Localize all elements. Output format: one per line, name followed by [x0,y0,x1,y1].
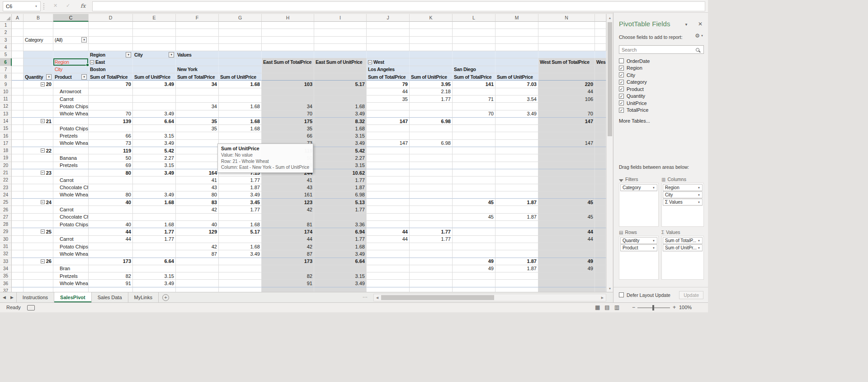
cell-A26[interactable] [12,206,24,213]
cell-E9[interactable]: 3.49 [133,81,176,88]
cell-B35[interactable] [24,272,53,280]
collapse-icon[interactable]: − [41,148,45,153]
cell-B25[interactable]: −24 [24,199,53,206]
cell-B34[interactable] [24,265,53,272]
insert-function-icon[interactable]: fx [80,3,85,9]
column-header-N[interactable]: N [538,14,595,22]
cell-O7[interactable] [595,66,606,73]
cell-C27[interactable]: Chocolate Chip [53,214,89,221]
cell-F4[interactable] [176,44,219,51]
cell-J14[interactable]: 147 [367,118,410,125]
cell-M29[interactable] [495,228,538,235]
well-item[interactable]: Product▼ [620,244,657,251]
cell-H4[interactable] [262,44,314,51]
cell-I33[interactable]: 6.64 [314,258,367,265]
cell-H14[interactable]: 175 [262,118,314,125]
cell-C28[interactable]: Potato Chips [53,221,89,228]
cell-L14[interactable] [453,118,495,125]
cell-L9[interactable]: 141 [453,81,495,88]
row-header-25[interactable]: 25 [0,199,12,206]
cell-E25[interactable]: 1.68 [133,199,176,206]
cell-E22[interactable] [133,177,176,184]
row-header-12[interactable]: 12 [0,103,12,110]
cell-K4[interactable] [410,44,453,51]
cell-F21[interactable]: 164 [176,169,219,177]
cell-F36[interactable] [176,280,219,287]
cell-L13[interactable]: 70 [453,110,495,118]
cell-K20[interactable] [410,162,453,169]
cell-I22[interactable]: 1.77 [314,177,367,184]
row-header-14[interactable]: 14 [0,118,12,125]
cell-B17[interactable] [24,140,53,147]
cell-B26[interactable] [24,206,53,213]
cell-J31[interactable] [367,243,410,250]
cell-G1[interactable] [219,22,262,29]
cell-J32[interactable] [367,250,410,258]
cell-E36[interactable]: 3.49 [133,280,176,287]
cell-C15[interactable]: Potato Chips [53,125,89,132]
cell-O30[interactable] [595,236,606,243]
cell-K31[interactable] [410,243,453,250]
cell-L24[interactable] [453,191,495,199]
row-header-16[interactable]: 16 [0,132,12,139]
cell-F2[interactable] [176,29,219,36]
cell-G12[interactable]: 1.68 [219,103,262,110]
cell-H5[interactable] [262,51,314,58]
cell-C12[interactable]: Potato Chips [53,103,89,110]
cell-O14[interactable] [595,118,606,125]
cell-B15[interactable] [24,125,53,132]
cell-G33[interactable] [219,258,262,265]
row-header-33[interactable]: 33 [0,258,12,265]
cell-N22[interactable] [538,177,595,184]
filter-dropdown-icon[interactable]: ▼ [126,52,131,57]
cell-A16[interactable] [12,132,24,139]
field-checkbox[interactable] [619,58,624,63]
sheet-tab-sales-data[interactable]: Sales Data [92,292,128,302]
cell-C14[interactable] [53,118,89,125]
cell-A27[interactable] [12,214,24,221]
row-header-28[interactable]: 28 [0,221,12,228]
row-header-5[interactable]: 5 [0,51,12,58]
cell-O13[interactable] [595,110,606,118]
chevron-down-icon[interactable]: ▼ [698,194,700,196]
sheet-tab-mylinks[interactable]: MyLinks [128,292,159,302]
column-header-L[interactable]: L [453,14,495,22]
cell-M33[interactable]: 1.87 [495,258,538,265]
cell-L23[interactable] [453,184,495,191]
cell-C23[interactable]: Chocolate Chip [53,184,89,191]
cell-F9[interactable]: 34 [176,81,219,88]
row-header-3[interactable]: 3 [0,37,12,44]
cell-K1[interactable] [410,22,453,29]
cell-M13[interactable]: 3.49 [495,110,538,118]
cell-K13[interactable] [410,110,453,118]
cell-D20[interactable]: 69 [89,162,133,169]
cell-J10[interactable]: 44 [367,88,410,96]
cell-L20[interactable] [453,162,495,169]
cell-K11[interactable]: 1.77 [410,96,453,103]
cell-F7[interactable]: New York [176,66,219,73]
cell-A28[interactable] [12,221,24,228]
cell-D16[interactable]: 66 [89,132,133,139]
scroll-down-icon[interactable]: ▼ [607,285,613,292]
cell-O37[interactable] [595,287,606,292]
cell-C5[interactable] [53,51,89,58]
cell-A6[interactable] [12,58,24,66]
row-header-20[interactable]: 20 [0,162,12,169]
cell-A8[interactable] [12,73,24,81]
select-all-corner[interactable] [0,14,12,22]
cell-L19[interactable] [453,154,495,162]
cell-G7[interactable] [219,66,262,73]
cell-C31[interactable]: Potato Chips [53,243,89,250]
row-header-35[interactable]: 35 [0,272,12,280]
cell-J6[interactable]: −West [367,58,410,66]
cell-K28[interactable] [410,221,453,228]
cell-D32[interactable] [89,250,133,258]
cell-A21[interactable] [12,169,24,177]
cell-H29[interactable]: 174 [262,228,314,235]
cell-H16[interactable]: 66 [262,132,314,139]
cell-E30[interactable]: 1.77 [133,236,176,243]
cell-G16[interactable] [219,132,262,139]
cell-K5[interactable] [410,51,453,58]
cell-D22[interactable] [89,177,133,184]
cell-C18[interactable] [53,147,89,154]
